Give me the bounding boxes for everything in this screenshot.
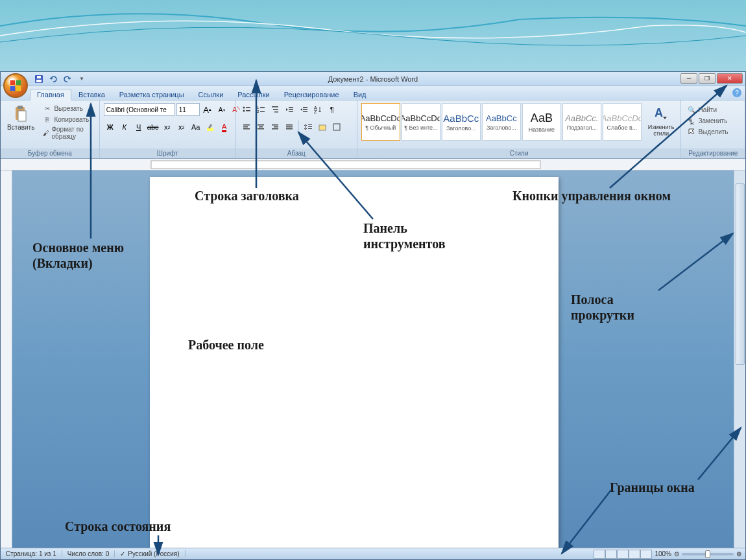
status-language[interactable]: ✓Русский (Россия) [115,550,185,557]
svg-rect-34 [258,124,264,126]
find-button[interactable]: 🔍Найти [685,104,730,115]
status-page[interactable]: Страница: 1 из 1 [1,550,62,557]
sort-icon[interactable]: AZ [311,103,324,116]
view-draft[interactable] [640,550,652,559]
svg-rect-27 [303,109,307,110]
style-heading1[interactable]: AaBbCcЗаголово... [442,103,481,141]
tab-review[interactable]: Рецензирование [277,89,346,100]
change-case-icon[interactable]: Aa [189,121,202,134]
underline-icon[interactable]: Ч [132,121,145,134]
tab-view[interactable]: Вид [346,89,374,100]
change-styles-button[interactable]: A Изменить стили [644,102,679,139]
save-icon[interactable] [33,73,45,85]
svg-rect-43 [308,124,312,125]
view-web[interactable] [617,550,629,559]
document-page[interactable] [150,177,559,548]
italic-icon[interactable]: К [118,121,131,134]
zoom-slider[interactable] [682,553,734,555]
align-right-icon[interactable] [269,121,282,134]
office-button[interactable] [3,73,28,98]
decrease-indent-icon[interactable] [283,103,296,116]
shading-icon[interactable] [316,121,329,134]
zoom-slider-thumb[interactable] [705,550,710,558]
numbering-icon[interactable]: 12 [254,103,267,116]
zoom-in-button[interactable]: ⊕ [736,550,741,557]
svg-rect-39 [272,128,278,130]
scrollbar-thumb[interactable] [736,183,745,365]
increase-indent-icon[interactable] [297,103,310,116]
tab-insert[interactable]: Вставка [71,89,112,100]
svg-rect-22 [274,111,278,113]
strikethrough-icon[interactable]: abc [147,121,160,134]
bullets-icon[interactable] [240,103,253,116]
show-marks-icon[interactable]: ¶ [326,103,339,116]
status-words[interactable]: Число слов: 0 [62,550,115,557]
borders-icon[interactable] [330,121,343,134]
svg-rect-3 [16,86,21,91]
font-color-icon[interactable]: A [218,121,231,134]
superscript-icon[interactable]: x2 [175,121,188,134]
align-center-icon[interactable] [254,121,267,134]
cut-icon: ✂ [43,104,52,113]
tab-page-layout[interactable]: Разметка страницы [112,89,191,100]
svg-rect-2 [10,86,15,91]
replace-button[interactable]: abacЗаменить [685,115,730,126]
close-button[interactable]: ✕ [717,73,743,84]
svg-rect-47 [333,124,340,130]
subscript-icon[interactable]: x2 [161,121,174,134]
align-justify-icon[interactable] [283,121,296,134]
qat-dropdown-icon[interactable]: ▼ [76,73,88,85]
svg-rect-11 [207,128,213,131]
multilevel-icon[interactable] [269,103,282,116]
vertical-ruler[interactable] [1,170,12,548]
style-subtle[interactable]: AaBbCcDdСлабое в... [603,103,642,141]
group-clipboard: Вставить ✂Вырезать ⎘Копировать 🖌Формат п… [1,100,100,158]
copy-button[interactable]: ⎘Копировать [41,114,95,124]
undo-icon[interactable] [47,73,59,85]
group-font: A▴ A▾ A Ж К Ч abc x2 x2 Aa A Шрифт [100,100,236,158]
redo-icon[interactable] [62,73,73,85]
view-full-screen[interactable] [605,550,617,559]
svg-rect-9 [18,111,26,121]
align-left-icon[interactable] [240,121,253,134]
paste-button[interactable]: Вставить [3,102,38,134]
style-title[interactable]: АаВНазвание [522,103,561,141]
tab-references[interactable]: Ссылки [191,89,231,100]
select-button[interactable]: Выделить [685,126,730,137]
tab-mailings[interactable]: Рассылки [230,89,276,100]
separator [298,121,299,134]
tab-home[interactable]: Главная [30,89,71,100]
zoom-out-button[interactable]: ⊖ [674,550,679,557]
zoom-level[interactable]: 100% [655,550,671,557]
style-normal[interactable]: AaBbCcDd¶ Обычный [361,103,400,141]
svg-rect-25 [289,111,293,112]
horizontal-ruler[interactable] [1,159,745,170]
cut-button[interactable]: ✂Вырезать [41,103,95,113]
svg-rect-26 [303,107,307,108]
shrink-font-icon[interactable]: A▾ [215,103,228,116]
svg-rect-31 [243,124,250,126]
style-no-spacing[interactable]: AaBbCcDd¶ Без инте... [402,103,440,141]
vertical-scrollbar[interactable] [734,170,745,548]
format-painter-button[interactable]: 🖌Формат по образцу [41,125,95,141]
view-print-layout[interactable] [594,550,605,559]
font-size-select[interactable] [176,103,200,116]
replace-label: Заменить [698,117,727,124]
style-heading2[interactable]: AaBbCcЗаголово... [482,103,521,141]
view-outline[interactable] [629,550,640,559]
svg-rect-40 [286,124,293,126]
svg-rect-45 [308,128,312,129]
window-controls: ─ ❐ ✕ [680,73,743,84]
bold-icon[interactable]: Ж [104,121,117,134]
grow-font-icon[interactable]: A▴ [201,103,214,116]
maximize-button[interactable]: ❐ [699,73,716,84]
minimize-button[interactable]: ─ [680,73,697,84]
line-spacing-icon[interactable] [302,121,315,134]
help-button[interactable]: ? [732,88,741,97]
cut-label: Вырезать [54,105,82,112]
style-subtitle[interactable]: AaBbCc.Подзагол... [562,103,601,141]
font-name-select[interactable] [104,103,175,116]
highlight-icon[interactable] [204,121,217,134]
view-buttons [594,550,652,559]
styles-gallery: AaBbCcDd¶ Обычный AaBbCcDd¶ Без инте... … [360,102,643,142]
